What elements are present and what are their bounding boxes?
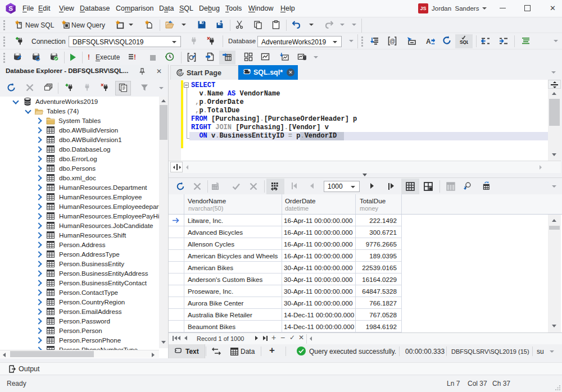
svg-text:A: A: [426, 38, 431, 45]
svg-text:!: !: [134, 53, 136, 61]
svg-text:SQL: SQL: [460, 39, 468, 45]
svg-text:@: @: [389, 38, 395, 44]
svg-text:S: S: [8, 5, 13, 12]
